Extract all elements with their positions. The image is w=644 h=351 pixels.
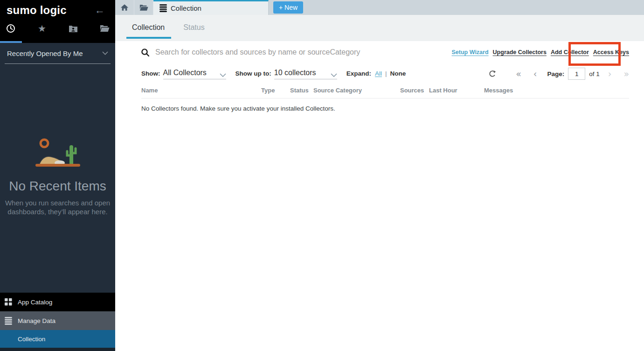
expand-all-link[interactable]: All xyxy=(375,70,382,77)
folder-icon xyxy=(139,4,148,11)
access-keys-link[interactable]: Access Keys xyxy=(593,49,629,56)
library-button[interactable] xyxy=(134,0,153,15)
desert-illustration xyxy=(30,138,86,168)
search-row: Setup Wizard Upgrade Collectors Add Coll… xyxy=(126,41,644,63)
filter-controls: Show: All Collectors Show up to: 10 coll… xyxy=(141,69,406,79)
show-collectors-select[interactable]: All Collectors xyxy=(163,69,226,79)
collector-action-links: Setup Wizard Upgrade Collectors Add Coll… xyxy=(452,49,629,56)
new-button[interactable]: + New xyxy=(273,1,303,14)
no-recent-items-description: When you run searches and open dashboard… xyxy=(0,198,115,216)
recently-opened-dropdown[interactable]: Recently Opened By Me xyxy=(5,43,111,64)
column-source-category[interactable]: Source Category xyxy=(313,87,400,94)
page-number-input[interactable] xyxy=(568,68,585,80)
sidebar-header: sumo logic ← ★ xyxy=(0,0,115,43)
no-recent-items-title: No Recent Items xyxy=(0,179,115,194)
menu-item-label: App Catalog xyxy=(18,299,52,306)
recently-opened-label: Recently Opened By Me xyxy=(7,49,83,57)
grid-icon xyxy=(5,298,12,306)
sidebar-icon-tabs: ★ xyxy=(0,17,115,34)
upgrade-collectors-link[interactable]: Upgrade Collectors xyxy=(493,49,547,56)
show-collectors-value: All Collectors xyxy=(163,69,207,77)
setup-wizard-link[interactable]: Setup Wizard xyxy=(452,49,489,56)
recents-clock-icon[interactable] xyxy=(6,23,16,34)
sidebar-empty-state: No Recent Items When you run searches an… xyxy=(0,138,115,216)
tab-title: Collection xyxy=(171,4,201,12)
last-page-icon[interactable]: » xyxy=(623,70,629,78)
collectors-table-header: Name Type Status Source Category Sources… xyxy=(141,87,629,98)
sumo-logic-logo: sumo logic xyxy=(7,4,67,17)
show-label: Show: xyxy=(141,70,160,79)
chevron-down-icon xyxy=(102,51,108,55)
pagination-controls: « ‹ Page: of 1 › » xyxy=(489,68,629,80)
previous-page-icon[interactable]: ‹ xyxy=(533,70,537,78)
show-up-to-value: 10 collectors xyxy=(274,69,316,77)
subtab-collection[interactable]: Collection xyxy=(126,15,171,41)
first-page-icon[interactable]: « xyxy=(516,70,521,78)
home-button[interactable] xyxy=(115,0,134,15)
description-line-2: dashboards, they’ll appear here. xyxy=(7,208,107,216)
collection-tab[interactable]: Collection xyxy=(153,0,269,15)
chevron-down-icon xyxy=(331,73,337,77)
expand-label: Expand: xyxy=(346,70,371,77)
subtab-status[interactable]: Status xyxy=(178,15,211,41)
active-sidebar-tab-indicator xyxy=(0,41,22,43)
column-type[interactable]: Type xyxy=(261,87,290,94)
library-folder-icon[interactable] xyxy=(99,23,110,34)
expand-none-option[interactable]: None xyxy=(390,70,406,77)
search-icon xyxy=(141,49,149,56)
next-page-icon[interactable]: › xyxy=(608,70,612,78)
show-up-to-label: Show up to: xyxy=(235,70,271,79)
add-collector-link[interactable]: Add Collector xyxy=(551,49,589,56)
expand-separator: | xyxy=(385,70,387,77)
chevron-down-icon xyxy=(220,73,226,77)
column-messages[interactable]: Messages xyxy=(484,87,629,94)
collection-panel: Setup Wizard Upgrade Collectors Add Coll… xyxy=(126,41,644,351)
menu-item-label: Collection xyxy=(18,336,45,343)
filter-row: Show: All Collectors Show up to: 10 coll… xyxy=(126,65,644,82)
favorites-star-icon[interactable]: ★ xyxy=(37,23,47,34)
sidebar-item-collection[interactable]: Collection xyxy=(0,330,115,348)
column-status[interactable]: Status xyxy=(290,87,313,94)
personal-folder-icon[interactable] xyxy=(68,23,78,34)
show-up-to-select[interactable]: 10 collectors xyxy=(274,69,337,79)
collapse-sidebar-icon[interactable]: ← xyxy=(95,5,105,15)
sidebar-item-manage-data[interactable]: Manage Data xyxy=(0,311,115,330)
sidebar-next-item-sliver xyxy=(0,348,115,351)
main-area: Collection + New Collection Status Setup… xyxy=(115,0,644,351)
top-tab-bar: Collection + New xyxy=(115,0,644,15)
subtab-bar: Collection Status xyxy=(115,15,644,41)
no-collectors-message: No Collectors found. Make sure you activ… xyxy=(126,98,644,112)
column-sources[interactable]: Sources xyxy=(400,87,429,94)
database-icon xyxy=(5,317,12,325)
column-name[interactable]: Name xyxy=(141,87,261,94)
database-icon xyxy=(159,4,167,12)
sidebar: sumo logic ← ★ Recently Opened By Me xyxy=(0,0,115,351)
page-count-text: of 1 xyxy=(589,70,600,77)
sidebar-bottom-menu: App Catalog Manage Data Collection xyxy=(0,293,115,351)
search-input[interactable] xyxy=(155,48,447,56)
sidebar-item-app-catalog[interactable]: App Catalog xyxy=(0,293,115,311)
app-root: sumo logic ← ★ Recently Opened By Me xyxy=(0,0,644,351)
subtab-label: Status xyxy=(183,23,204,31)
home-icon xyxy=(120,4,129,11)
expand-controls: Expand: All | None xyxy=(346,70,406,79)
page-label: Page: xyxy=(547,70,564,77)
refresh-icon[interactable] xyxy=(489,70,496,77)
subtab-label: Collection xyxy=(132,23,165,31)
column-last-hour[interactable]: Last Hour xyxy=(429,87,484,94)
menu-item-label: Manage Data xyxy=(18,317,55,324)
description-line-1: When you run searches and open xyxy=(5,199,110,207)
